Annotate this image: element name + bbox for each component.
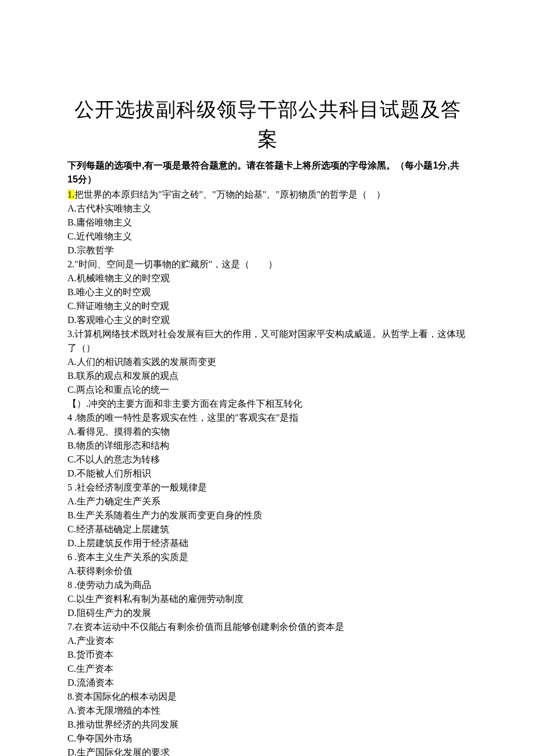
option: A.看得见、摸得着的实物 bbox=[67, 425, 468, 439]
question-number: 5 bbox=[67, 482, 72, 492]
question-8: 8.资本国际化的根本动因是 bbox=[67, 690, 468, 704]
option: A.古代朴实唯物主义 bbox=[67, 202, 468, 216]
option: C.以生产资料私有制为基础的雇佣劳动制度 bbox=[67, 592, 468, 606]
question-text: 计算机网络技术既对社会发展有巨大的作用，又可能对国家平安构成威逼。从哲学上看，这… bbox=[67, 329, 465, 353]
option: A.获得剩余价值 bbox=[67, 564, 468, 578]
question-text: 把世界的本原归结为"宇宙之砖"、"万物的始基"、"原初物质"的哲学是（ ） bbox=[74, 189, 386, 199]
question-2: 2."时间、空间是一切事物的贮藏所"，这是（ ） bbox=[67, 257, 468, 271]
option: D.宗教哲学 bbox=[67, 243, 468, 257]
option: B.货币资本 bbox=[67, 648, 468, 662]
option: A.产业资本 bbox=[67, 634, 468, 648]
instructions: 下列每题的选项中,有一项是最符合题意的。请在答题卡上将所选项的字母涂黑。（每小题… bbox=[67, 159, 468, 187]
question-6: 6 .资本主义生产关系的实质是 bbox=[67, 550, 468, 564]
question-number: 6 bbox=[67, 552, 72, 562]
question-number: 1. bbox=[67, 189, 74, 199]
option: C.辩证唯物主义的时空观 bbox=[67, 299, 468, 313]
question-text: .社会经济制度变革的一般规律是 bbox=[72, 482, 207, 492]
option: D.生产国际化发展的要求 bbox=[67, 746, 468, 756]
option: A.人们的相识随着实践的发展而变更 bbox=[67, 355, 468, 369]
option: C.争夺国外市场 bbox=[67, 732, 468, 746]
question-number: 3. bbox=[67, 329, 74, 339]
option: B.庸俗唯物主义 bbox=[67, 216, 468, 230]
option: A.生产力确定生产关系 bbox=[67, 495, 468, 508]
question-3: 3.计算机网络技术既对社会发展有巨大的作用，又可能对国家平安构成威逼。从哲学上看… bbox=[67, 327, 468, 355]
option: A.机械唯物主义的时空观 bbox=[67, 271, 468, 285]
option: D.阻碍生产力的发展 bbox=[67, 606, 468, 620]
option: 8 .使劳动力成为商品 bbox=[67, 578, 468, 592]
option: D.客观唯心主义的时空观 bbox=[67, 313, 468, 327]
page-title: 公开选拔副科级领导干部公共科目试题及答案 bbox=[67, 95, 468, 154]
question-number: 7. bbox=[67, 622, 74, 632]
question-7: 7.在资本运动中不仅能占有剩余价值而且能够创建剩余价值的资本是 bbox=[67, 620, 468, 634]
question-text: 资本国际化的根本动因是 bbox=[74, 691, 177, 701]
option: A.资本无限增殖的本性 bbox=[67, 704, 468, 718]
option: C.近代唯物主义 bbox=[67, 230, 468, 243]
option: D.上层建筑反作用于经济基础 bbox=[67, 536, 468, 550]
question-number: 8. bbox=[67, 691, 74, 701]
option: 【）.冲突的主要方面和非主要方面在肯定条件下相互转化 bbox=[67, 397, 468, 411]
question-number: 2. bbox=[67, 259, 74, 269]
question-4: 4 .物质的唯一特性是客观实在性，这里的"客观实在"是指 bbox=[67, 411, 468, 425]
option: C.生产资本 bbox=[67, 662, 468, 676]
option: C.不以人的意志为转移 bbox=[67, 453, 468, 467]
option: B.联系的观点和发展的观点 bbox=[67, 369, 468, 383]
option: B.唯心主义的时空观 bbox=[67, 285, 468, 299]
option: C.两点论和重点论的统一 bbox=[67, 383, 468, 397]
question-5: 5 .社会经济制度变革的一般规律是 bbox=[67, 481, 468, 495]
option: C.经济基础确定上层建筑 bbox=[67, 522, 468, 536]
question-1: 1.把世界的本原归结为"宇宙之砖"、"万物的始基"、"原初物质"的哲学是（ ） bbox=[67, 188, 468, 202]
question-number: 4 bbox=[67, 413, 72, 422]
option: D.不能被人们所相识 bbox=[67, 467, 468, 481]
option: B.物质的详细形态和结构 bbox=[67, 439, 468, 453]
option: D.流涌资本 bbox=[67, 676, 468, 690]
question-text: .资本主义生产关系的实质是 bbox=[72, 552, 188, 562]
option: B.推动世界经济的共同发展 bbox=[67, 718, 468, 732]
question-text: "时间、空间是一切事物的贮藏所"，这是（ ） bbox=[74, 259, 277, 269]
question-text: 在资本运动中不仅能占有剩余价值而且能够创建剩余价值的资本是 bbox=[74, 622, 344, 632]
questions-container: 1.把世界的本原归结为"宇宙之砖"、"万物的始基"、"原初物质"的哲学是（ ）A… bbox=[67, 188, 468, 756]
option: B.生产关系随着生产力的发展而变更自身的性质 bbox=[67, 508, 468, 522]
question-text: .物质的唯一特性是客观实在性，这里的"客观实在"是指 bbox=[72, 413, 298, 422]
